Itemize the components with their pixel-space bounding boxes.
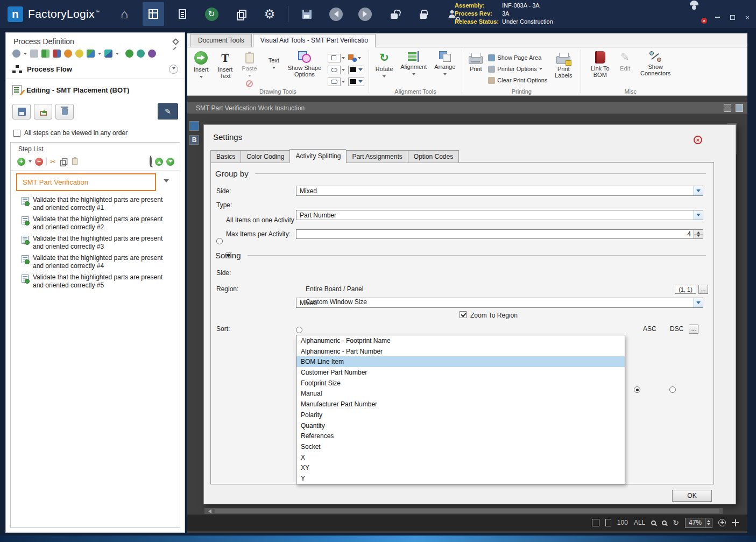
print-labels-button[interactable]: Print Labels	[550, 50, 576, 80]
scroll-left-icon[interactable]	[206, 509, 211, 513]
edit-button[interactable]: ✎ Edit	[618, 50, 632, 73]
clear-print-options-button[interactable]: Clear Print Options	[488, 75, 547, 85]
record-icon[interactable]	[148, 50, 156, 58]
layout-icon[interactable]	[104, 50, 112, 58]
dialog-close-button[interactable]: ×	[694, 136, 702, 144]
tab-basics[interactable]: Basics	[210, 150, 241, 163]
dropdown-option[interactable]: Alphanumeric - Footprint Name	[296, 335, 625, 346]
tab-activity-splitting[interactable]: Activity Splitting	[289, 149, 346, 163]
rotate-button[interactable]: ↻ Rotate	[373, 50, 395, 81]
dropdown-option[interactable]: Y	[296, 473, 625, 484]
save-button[interactable]	[296, 2, 317, 26]
process-editor-button[interactable]	[143, 2, 164, 26]
zoom-100-button[interactable]: 100	[617, 519, 628, 526]
canvas-horizontal-scrollbar[interactable]	[204, 508, 723, 514]
forward-button[interactable]	[354, 2, 376, 26]
max-items-input[interactable]	[296, 229, 694, 239]
combo-arrow-icon[interactable]	[694, 186, 703, 195]
unlock-button[interactable]	[383, 2, 405, 26]
tab-option-codes[interactable]: Option Codes	[408, 150, 459, 163]
group-icon[interactable]	[87, 50, 95, 58]
zoom-level-control[interactable]: 47%	[685, 518, 712, 528]
pan-icon[interactable]	[732, 519, 739, 526]
remove-step-button[interactable]: −	[35, 158, 43, 166]
tab-visual-aid-tools[interactable]: Visual Aid Tools - SMT Part Verificatio	[253, 34, 376, 47]
settings-button[interactable]: ⚙	[259, 2, 280, 26]
list-item[interactable]: Validate that the highlighted parts are …	[11, 272, 180, 291]
dropdown-option[interactable]: X	[296, 452, 625, 463]
chevron-down-icon[interactable]	[164, 179, 169, 185]
process-flow-row[interactable]: Process Flow	[6, 61, 185, 78]
add-step-dropdown-icon[interactable]	[29, 160, 32, 164]
dropdown-option[interactable]: Customer Part Number	[296, 367, 625, 378]
fit-width-icon[interactable]	[605, 519, 611, 526]
list-item[interactable]: Validate that the highlighted parts are …	[11, 214, 180, 233]
fill-color-picker[interactable]	[348, 76, 364, 87]
paste-button[interactable]: Paste	[240, 50, 259, 89]
show-connectors-button[interactable]: Show Connectors	[635, 50, 675, 78]
operator-icon[interactable]	[64, 50, 72, 58]
filter-icon[interactable]	[12, 50, 20, 58]
asc-radio[interactable]	[634, 386, 640, 393]
bold-marker[interactable]: B	[189, 135, 199, 145]
save-step-button[interactable]	[12, 104, 31, 119]
users-icon[interactable]	[53, 50, 61, 58]
tab-document-tools[interactable]: Document Tools	[190, 34, 252, 47]
scrollbar-track[interactable]	[215, 509, 719, 513]
fill-style-picker[interactable]	[348, 53, 364, 63]
trainer-icon[interactable]	[75, 50, 83, 58]
dropdown-option[interactable]: References	[296, 431, 625, 441]
show-shape-options-button[interactable]: Show Shape Options	[285, 50, 324, 79]
zoom-out-icon[interactable]	[651, 520, 656, 525]
all-items-radio[interactable]	[216, 238, 223, 244]
print-icon[interactable]	[30, 50, 38, 58]
any-order-checkbox[interactable]	[13, 130, 20, 137]
arrange-button[interactable]: Arrange	[432, 50, 457, 79]
collapse-button[interactable]	[169, 65, 178, 74]
line-color-picker[interactable]	[348, 65, 364, 75]
combo-arrow-icon[interactable]	[694, 298, 703, 307]
back-button[interactable]	[325, 2, 347, 26]
insert-text-button[interactable]: T Insert Text	[214, 50, 237, 81]
delete-button[interactable]	[55, 104, 74, 119]
import-button[interactable]	[34, 104, 52, 119]
dropdown-arrow-icon[interactable]	[98, 53, 101, 57]
paste-button[interactable]	[72, 158, 77, 165]
list-item[interactable]: Validate that the highlighted parts are …	[11, 252, 180, 272]
entire-board-radio[interactable]	[296, 327, 302, 333]
alignment-button[interactable]: Alignment	[398, 50, 429, 79]
region-more-button[interactable]: ...	[698, 285, 708, 294]
printer-options-button[interactable]: Printer Options	[488, 64, 547, 74]
zoom-plus-icon[interactable]	[718, 519, 726, 526]
zoom-all-button[interactable]: ALL	[634, 519, 645, 526]
move-up-button[interactable]	[155, 158, 163, 166]
rotate-view-icon[interactable]: ↻	[673, 518, 679, 527]
transfer-icon[interactable]	[41, 50, 50, 58]
sort-more-button[interactable]: ...	[689, 325, 698, 334]
shape-rounded-picker[interactable]	[328, 76, 345, 87]
start-icon[interactable]	[125, 50, 133, 58]
home-button[interactable]: ⌂	[114, 2, 135, 26]
tab-color-coding[interactable]: Color Coding	[241, 150, 289, 163]
dropdown-arrow-icon[interactable]	[24, 53, 27, 57]
shape-rect-picker[interactable]	[328, 53, 345, 63]
edit-notes-button[interactable]: ✎	[158, 103, 178, 119]
sync-button[interactable]: ↻	[201, 2, 222, 26]
show-page-area-button[interactable]: Show Page Area	[488, 53, 547, 62]
layers-view-icon[interactable]	[736, 104, 743, 112]
lock-button[interactable]	[412, 2, 434, 26]
fit-page-icon[interactable]	[592, 519, 599, 526]
dropdown-option[interactable]: Alphanumeric - Part Number	[296, 346, 625, 357]
insert-button[interactable]: Insert	[192, 50, 211, 81]
text-style-button[interactable]: Text	[266, 50, 281, 72]
list-item[interactable]: Validate that the highlighted parts are …	[11, 194, 180, 214]
link-to-bom-button[interactable]: Link To BOM	[585, 50, 614, 80]
dropdown-option[interactable]: Manual	[296, 389, 625, 399]
dropdown-option[interactable]: Socket	[296, 441, 625, 452]
maximize-button[interactable]	[728, 13, 737, 22]
minimize-button[interactable]	[713, 13, 722, 22]
selected-step-row[interactable]: SMT Part Verification	[16, 173, 174, 191]
ok-button[interactable]: OK	[672, 490, 712, 502]
group-type-combobox[interactable]: Part Number	[296, 210, 703, 220]
add-step-button[interactable]: +	[17, 158, 25, 166]
